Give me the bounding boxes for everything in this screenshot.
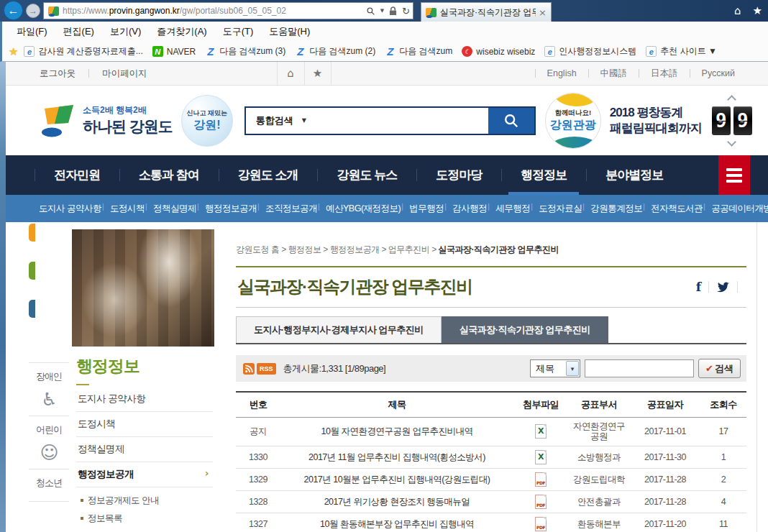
address-bar[interactable]: https://www.provin.gangwon.kr/gw/portal/… [43,2,413,19]
post-title-link[interactable]: 2017년 위기상황 현장조치 행동매뉴얼 [324,497,470,507]
favorite-item[interactable]: 다음 검색zum (3) [205,45,285,58]
table-row: 공지 10월 자연환경연구공원 업무추진비내역 자연환경연구공원 2017-11… [236,418,746,446]
attachment-file-icon[interactable] [535,495,547,509]
favorite-item[interactable]: 다음 검색zum [385,45,452,58]
favorite-item[interactable]: wisebiz wisebiz [462,45,535,58]
attachment-file-icon[interactable] [535,450,547,464]
sub-nav-item[interactable]: 법무행정 [405,203,448,215]
logo-slogan: 소득2배 행복2배 [83,104,173,116]
board-search-button[interactable]: ✔ 검색 [698,359,741,378]
sub-nav-item[interactable]: 강원통계정보 [586,203,646,215]
mypage-link[interactable]: 마이페이지 [102,68,147,80]
post-title-link[interactable]: 10월 자연환경연구공원 업무추진비내역 [321,426,473,436]
sidebar-submenu-item[interactable]: 정보공개제도 안내 [79,492,213,510]
audience-link[interactable]: 어린이☺ [29,416,69,469]
favorites-bar: ★ 감사원 계산증명자료제출...NAVER다음 검색zum (3)다음 검색z… [0,42,768,62]
all-menu-button[interactable] [718,155,750,195]
board-table: 번호제목첨부파일공표부서공표일자조회수 공지 10월 자연환경연구공원 업무추진… [236,391,746,532]
header-search-button[interactable] [488,108,534,134]
sub-nav-item[interactable]: 공공데이터개방 [707,203,768,215]
language-link[interactable]: English [536,68,588,78]
add-favorite-star-icon[interactable]: ★ [9,45,18,58]
gangwon-winter-badge[interactable]: 신나고 재밌는 강원! [181,95,233,147]
sub-nav-item[interactable]: 도정시책 [106,203,149,215]
gangwon-tour-badge[interactable]: 함께떠나요! 강원관광 [545,93,601,149]
sub-nav-item[interactable]: 도지사 공약사항 [35,203,106,215]
home-icon[interactable]: ⌂ [734,4,741,17]
sub-nav-item[interactable]: 도정자료실 [534,203,586,215]
url-path: /gw/portal/sub06_05_05_02 [180,6,286,16]
main-nav-item[interactable]: 행정정보 [501,155,586,195]
sidebar-submenu-item[interactable]: 정보목록 [79,510,213,528]
attachment-file-icon[interactable] [535,517,547,531]
audience-link[interactable]: 청소년 [29,469,69,502]
audience-link[interactable]: 장애인♿ [29,362,69,416]
board-search-input[interactable] [585,359,694,377]
main-nav-item[interactable]: 전자민원 [35,155,119,195]
list-controls: RSS 총게시물:1,331 [1/89page] 제목 ▾ ✔ 검색 [236,355,746,382]
language-link[interactable]: 中國語 [589,68,639,80]
browser-menu-item[interactable]: 보기(V) [102,25,149,38]
favorite-item[interactable]: NAVER [152,45,196,58]
post-title-link[interactable]: 2017년 11월 업무추진비 집행내역(횡성소방서) [308,452,485,462]
sub-nav-item[interactable]: 예산YBG(재정정보) [321,203,405,215]
favorites-star-icon[interactable]: ★ [753,4,762,17]
site-logo[interactable]: 소득2배 행복2배 하나된 강원도 [40,104,173,138]
search-icon[interactable] [366,6,375,16]
browser-forward-button[interactable]: → [26,4,40,18]
browser-menu-item[interactable]: 즐겨찾기(A) [149,25,214,38]
chevron-down-icon[interactable] [727,137,736,147]
browser-tab[interactable]: 실국과장·직속기관장 업무... × [421,2,552,22]
sidebar-menu-item[interactable]: 행정정보공개› [76,462,213,487]
browser-menu-item[interactable]: 파일(F) [9,25,55,38]
twitter-icon[interactable] [716,281,730,293]
search-category-select[interactable]: 제목 ▾ [530,359,580,377]
rss-button[interactable]: RSS [243,363,276,375]
attachment-file-icon[interactable] [535,424,547,439]
quick-rail-button[interactable]: 전체메뉴 [29,224,69,267]
browser-menu-item[interactable]: 편집(E) [55,25,102,38]
audience-icon: ♿ [29,389,69,410]
sidebar-menu-item[interactable]: 정책실명제 [76,437,213,462]
favorite-item[interactable]: 인사행정정보시스템 [544,45,636,58]
main-nav-item[interactable]: 강원도 소개 [219,155,318,195]
main-nav-item[interactable]: 분야별정보 [586,155,682,195]
tab-close-icon[interactable]: × [539,7,547,18]
home-icon[interactable]: ⌂ [277,62,304,86]
attachment-file-icon[interactable] [535,472,547,487]
sub-nav-item[interactable]: 정책실명제 [149,203,201,215]
browser-back-button[interactable]: ← [4,1,23,20]
board-tab[interactable]: 도지사·행정부지사·경제부지사 업무추진비 [236,316,442,343]
sub-nav-item[interactable]: 전자책도서관 [646,203,707,215]
chevron-up-icon[interactable] [727,95,736,104]
language-link[interactable]: 日本語 [639,68,690,80]
sub-nav-item[interactable]: 세무행정 [491,203,534,215]
language-link[interactable]: Русский [690,68,746,78]
quick-rail-button[interactable]: 마이페이지 [29,300,69,357]
search-scope-dropdown[interactable]: 통합검색 [246,114,302,127]
browser-menu-item[interactable]: 도구(T) [215,25,262,38]
sidebar-submenu-item[interactable]: 사전정보공표 [79,528,213,532]
facebook-icon[interactable]: f [696,281,701,293]
favorite-item[interactable]: 추천 사이트 ▼ [646,45,717,58]
main-nav-item[interactable]: 도정마당 [416,155,501,195]
main-nav-item[interactable]: 강원도 뉴스 [317,155,416,195]
main-nav-item[interactable]: 소통과 참여 [119,155,219,195]
sub-nav-item[interactable]: 조직정보공개 [261,203,321,215]
board-tab[interactable]: 실국과장·직속기관장 업무추진비 [442,316,608,343]
star-icon[interactable]: ★ [304,62,332,86]
favorite-item[interactable]: 다음 검색zum (2) [295,45,375,58]
favorite-item[interactable]: 감사원 계산증명자료제출... [24,45,142,58]
logout-link[interactable]: 로그아웃 [40,68,76,80]
post-title-link[interactable]: 2017년 10월분 업무추진비 집행내역(강원도립대) [304,474,490,485]
sidebar-menu-item[interactable]: 도지사 공약사항 [76,387,213,412]
refresh-icon[interactable]: ↻ [402,6,410,17]
browser-menu-item[interactable]: 도움말(H) [261,25,318,38]
sub-nav-item[interactable]: 감사행정 [448,203,491,215]
header-search-input[interactable] [311,108,488,134]
sub-nav-item[interactable]: 행정정보공개 [201,203,261,215]
chevron-down-icon[interactable]: ▼ [380,8,384,14]
post-title-link[interactable]: 10월 환동해본부장 업무추진비 집행내역 [320,519,474,529]
chevron-down-icon[interactable]: ▼ [302,117,306,124]
sidebar-menu-item[interactable]: 도정시책 [76,412,213,437]
